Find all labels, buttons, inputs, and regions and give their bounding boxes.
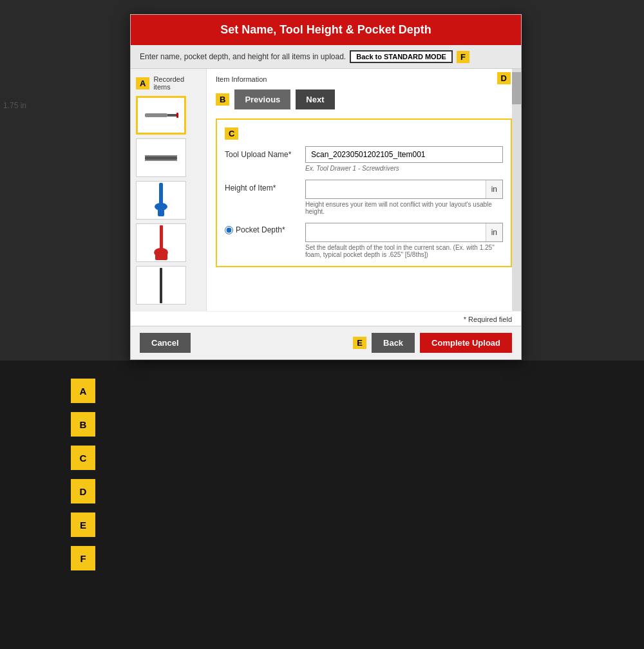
svg-rect-5 (145, 160, 177, 161)
annotation-e: E (71, 513, 95, 537)
annotation-b: B (71, 412, 95, 437)
modal-subheader: Enter name, pocket depth, and height for… (131, 45, 521, 69)
tool-image-1 (144, 106, 179, 125)
annotation-c: C (71, 446, 95, 470)
recorded-items-panel: A Recorded items (131, 69, 207, 311)
pocket-depth-input[interactable] (306, 225, 486, 240)
label-b-badge: B (216, 93, 229, 106)
complete-upload-button[interactable]: Complete Upload (420, 333, 512, 353)
pocket-depth-label[interactable]: Pocket Depth* (225, 223, 299, 234)
form-section: C Tool Upload Name* Ex. Tool Drawer 1 - … (216, 118, 512, 267)
pocket-depth-row: Pocket Depth* in Set the default depth o… (225, 223, 503, 258)
svg-rect-9 (160, 225, 163, 251)
tool-upload-name-input[interactable] (305, 146, 503, 163)
nav-row: B Previous Next (216, 89, 512, 109)
label-c-badge: C (225, 127, 238, 140)
background-label: 1.75 in (3, 101, 26, 110)
footer-right: E Back Complete Upload (353, 333, 512, 353)
back-to-standard-button[interactable]: Back to STANDARD MODE (350, 50, 453, 63)
label-e-badge: E (353, 337, 366, 349)
back-button[interactable]: Back (372, 333, 415, 353)
recorded-items-label: Recorded items (153, 75, 201, 91)
label-a-badge: A (136, 77, 149, 89)
tool-thumbnail-2[interactable] (136, 138, 186, 177)
modal-body: A Recorded items (131, 69, 521, 311)
svg-rect-6 (159, 183, 163, 205)
tool-upload-name-hint: Ex. Tool Drawer 1 - Screwdrivers (305, 165, 503, 172)
required-note: * Required field (131, 311, 521, 326)
svg-rect-12 (160, 268, 162, 303)
pocket-depth-unit: in (486, 223, 502, 241)
modal-header: Set Name, Tool Height & Pocket Depth (131, 15, 521, 45)
label-d-badge: D (497, 72, 511, 84)
scrollbar-thumb[interactable] (512, 72, 521, 104)
height-hint: Height ensures your item will not confli… (305, 201, 503, 215)
pocket-depth-input-wrap: in (305, 223, 503, 242)
annotation-a: A (71, 379, 95, 403)
tool-thumbnail-3[interactable] (136, 181, 186, 220)
tool-thumbnail-5[interactable] (136, 266, 186, 305)
tool-image-2 (144, 150, 179, 166)
height-input-wrap: in (305, 180, 503, 199)
svg-rect-11 (155, 252, 167, 260)
svg-rect-3 (145, 156, 177, 160)
pocket-depth-radio[interactable] (225, 226, 233, 234)
item-information-label: Item Information (216, 75, 267, 83)
annotation-f: F (71, 546, 95, 570)
pocket-depth-hint: Set the default depth of the tool in the… (305, 244, 503, 258)
svg-rect-1 (167, 114, 176, 117)
cancel-button[interactable]: Cancel (140, 333, 191, 353)
height-unit: in (486, 180, 502, 198)
label-f-badge: F (457, 51, 469, 63)
modal-footer: Cancel E Back Complete Upload (131, 326, 521, 359)
tool-thumbnail-1[interactable] (136, 96, 186, 135)
item-information-panel: Item Information B Previous Next C Tool … (207, 69, 521, 311)
previous-button[interactable]: Previous (234, 89, 290, 109)
next-button[interactable]: Next (296, 89, 334, 109)
height-row: Height of Item* in Height ensures your i… (225, 180, 503, 215)
svg-rect-8 (158, 207, 164, 216)
modal: Set Name, Tool Height & Pocket Depth Ent… (130, 14, 522, 360)
subheader-text: Enter name, pocket depth, and height for… (140, 52, 346, 61)
height-input[interactable] (306, 182, 486, 197)
tool-thumbnail-4[interactable] (136, 223, 186, 262)
tool-image-5 (158, 268, 164, 303)
svg-rect-2 (176, 113, 178, 118)
height-label: Height of Item* (225, 180, 299, 193)
svg-rect-4 (145, 155, 177, 156)
scrollbar-track[interactable]: D (512, 69, 521, 311)
tool-upload-name-label: Tool Upload Name* (225, 146, 299, 159)
annotation-d: D (71, 479, 95, 503)
svg-rect-0 (145, 113, 167, 117)
tool-image-3 (151, 183, 171, 218)
tool-image-4 (153, 225, 169, 261)
tool-upload-name-row: Tool Upload Name* Ex. Tool Drawer 1 - Sc… (225, 146, 503, 172)
